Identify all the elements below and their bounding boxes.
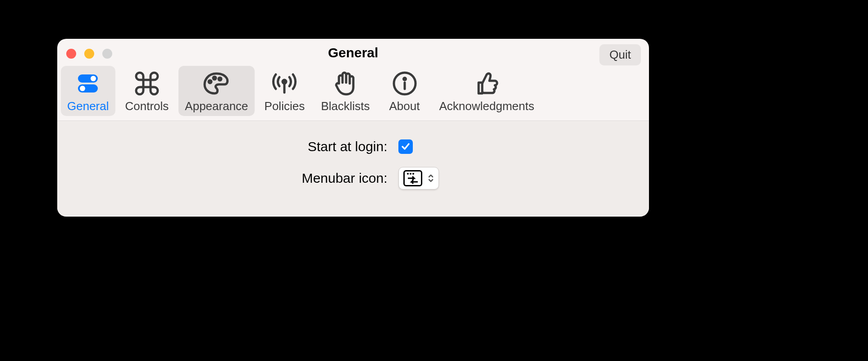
titlebar: General Quit xyxy=(57,39,649,66)
info-icon xyxy=(391,69,418,97)
svg-point-10 xyxy=(403,78,406,80)
arrows-icon xyxy=(405,172,420,185)
svg-point-5 xyxy=(213,77,216,79)
quit-button[interactable]: Quit xyxy=(599,44,641,65)
minimize-window-button[interactable] xyxy=(84,49,94,59)
tab-label: About xyxy=(389,99,420,113)
tab-policies[interactable]: Policies xyxy=(258,66,311,116)
command-icon xyxy=(134,69,160,97)
svg-point-4 xyxy=(209,80,211,83)
preferences-window: General Quit General Controls xyxy=(57,39,649,217)
menubar-icon-label: Menubar icon: xyxy=(83,171,398,186)
tab-label: Blacklists xyxy=(321,99,370,113)
antenna-icon xyxy=(270,69,299,97)
thumbsup-icon xyxy=(474,69,499,97)
start-at-login-label: Start at login: xyxy=(83,139,398,154)
setting-row-start-at-login: Start at login: xyxy=(57,139,649,154)
menubar-icon-preview xyxy=(403,170,422,186)
tab-label: Controls xyxy=(125,99,169,113)
tab-about[interactable]: About xyxy=(380,66,429,116)
svg-point-6 xyxy=(219,78,221,80)
chevron-up-down-icon xyxy=(428,174,434,183)
palette-icon xyxy=(203,69,230,97)
close-window-button[interactable] xyxy=(66,49,76,59)
tab-toolbar: General Controls Appearance xyxy=(57,66,649,121)
window-controls xyxy=(66,49,112,59)
svg-point-14 xyxy=(412,173,414,175)
start-at-login-checkbox[interactable] xyxy=(398,139,413,154)
settings-panel: Start at login: Menubar icon: xyxy=(57,121,649,216)
tab-label: General xyxy=(67,99,109,113)
checkmark-icon xyxy=(401,142,411,152)
tab-controls[interactable]: Controls xyxy=(119,66,175,116)
setting-row-menubar-icon: Menubar icon: xyxy=(57,167,649,190)
tab-blacklists[interactable]: Blacklists xyxy=(315,66,376,116)
tab-label: Appearance xyxy=(185,99,248,113)
svg-point-1 xyxy=(91,76,96,81)
tab-label: Acknowledgments xyxy=(439,99,535,113)
hand-icon xyxy=(333,69,358,97)
tab-acknowledgments[interactable]: Acknowledgments xyxy=(433,66,541,116)
tab-label: Policies xyxy=(265,99,305,113)
svg-point-3 xyxy=(80,86,85,91)
svg-point-13 xyxy=(410,173,411,175)
toggles-icon xyxy=(75,69,101,97)
menubar-icon-dropdown[interactable] xyxy=(398,167,439,190)
tab-appearance[interactable]: Appearance xyxy=(178,66,254,116)
zoom-window-button[interactable] xyxy=(102,49,112,59)
window-title: General xyxy=(328,45,379,60)
svg-point-12 xyxy=(407,173,409,175)
tab-general[interactable]: General xyxy=(61,66,115,116)
